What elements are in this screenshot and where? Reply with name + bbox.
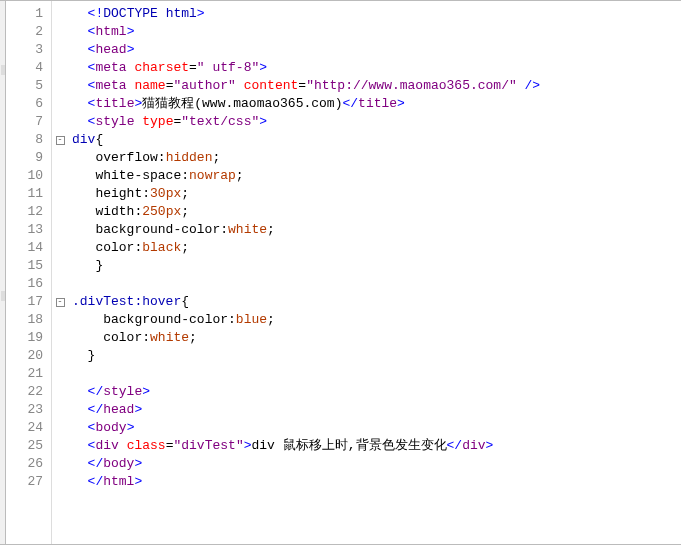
- token-prop: background-color: [103, 312, 228, 327]
- code-line[interactable]: [72, 365, 681, 383]
- code-line[interactable]: </head>: [72, 401, 681, 419]
- token-text: [72, 474, 88, 489]
- token-str: "text/css": [181, 114, 259, 129]
- token-prop: background-color: [95, 222, 220, 237]
- token-tag: head: [103, 402, 134, 417]
- token-text: [72, 42, 88, 57]
- token-angle: >: [134, 456, 142, 471]
- token-punct: :: [158, 150, 166, 165]
- fold-cell: [52, 95, 68, 113]
- token-punct: ;: [212, 150, 220, 165]
- fold-cell: [52, 311, 68, 329]
- token-punct: :: [181, 168, 189, 183]
- code-line[interactable]: <html>: [72, 23, 681, 41]
- line-number: 1: [6, 5, 51, 23]
- fold-cell: [52, 437, 68, 455]
- code-area[interactable]: <!DOCTYPE html> <html> <head> <meta char…: [68, 1, 681, 544]
- token-prop: height: [95, 186, 142, 201]
- code-line[interactable]: width:250px;: [72, 203, 681, 221]
- fold-cell: [52, 401, 68, 419]
- fold-cell: [52, 347, 68, 365]
- code-line[interactable]: <!DOCTYPE html>: [72, 5, 681, 23]
- line-number: 23: [6, 401, 51, 419]
- line-number: 14: [6, 239, 51, 257]
- fold-toggle-icon[interactable]: -: [56, 298, 65, 307]
- fold-cell: [52, 365, 68, 383]
- code-line[interactable]: <title>猫猫教程(www.maomao365.com)</title>: [72, 95, 681, 113]
- line-number: 21: [6, 365, 51, 383]
- code-line[interactable]: .divTest:hover{: [72, 293, 681, 311]
- code-line[interactable]: </style>: [72, 383, 681, 401]
- code-line[interactable]: height:30px;: [72, 185, 681, 203]
- token-text: [72, 438, 88, 453]
- token-angle: >: [397, 96, 405, 111]
- code-editor[interactable]: 1234567891011121314151617181920212223242…: [0, 0, 681, 545]
- token-text: [72, 6, 88, 21]
- code-line[interactable]: [72, 275, 681, 293]
- code-line[interactable]: color:white;: [72, 329, 681, 347]
- token-str: " utf-8": [197, 60, 259, 75]
- token-str: "author": [173, 78, 235, 93]
- line-number: 6: [6, 95, 51, 113]
- token-text: [72, 312, 103, 327]
- fold-cell: [52, 329, 68, 347]
- fold-cell: [52, 113, 68, 131]
- code-line[interactable]: </body>: [72, 455, 681, 473]
- fold-cell: [52, 77, 68, 95]
- token-attr: type: [142, 114, 173, 129]
- token-angle: </: [342, 96, 358, 111]
- fold-toggle-icon[interactable]: -: [56, 136, 65, 145]
- token-eq: =: [298, 78, 306, 93]
- token-tag: head: [95, 42, 126, 57]
- token-text: [72, 240, 95, 255]
- line-number: 12: [6, 203, 51, 221]
- code-line[interactable]: background-color:white;: [72, 221, 681, 239]
- code-line[interactable]: <style type="text/css">: [72, 113, 681, 131]
- code-line[interactable]: }: [72, 347, 681, 365]
- code-line[interactable]: }: [72, 257, 681, 275]
- token-angle: </: [88, 456, 104, 471]
- code-line[interactable]: white-space:nowrap;: [72, 167, 681, 185]
- token-val: blue: [236, 312, 267, 327]
- line-number: 11: [6, 185, 51, 203]
- line-number: 4: [6, 59, 51, 77]
- token-punct: }: [88, 348, 96, 363]
- fold-cell: [52, 167, 68, 185]
- line-number: 5: [6, 77, 51, 95]
- token-text: [72, 168, 95, 183]
- token-text: [72, 24, 88, 39]
- code-line[interactable]: <div class="divTest">div 鼠标移上时,背景色发生变化</…: [72, 437, 681, 455]
- token-angle: >: [134, 474, 142, 489]
- code-line[interactable]: <meta name="author" content="http://www.…: [72, 77, 681, 95]
- fold-cell: [52, 149, 68, 167]
- token-angle: </: [447, 438, 463, 453]
- token-text: [72, 78, 88, 93]
- line-number: 22: [6, 383, 51, 401]
- token-text: [72, 150, 95, 165]
- token-angle: >: [127, 24, 135, 39]
- token-text: 猫猫教程(www.maomao365.com): [142, 96, 342, 111]
- token-punct: {: [181, 294, 189, 309]
- token-tag: html: [103, 474, 134, 489]
- token-punct: :: [228, 312, 236, 327]
- code-line[interactable]: <meta charset=" utf-8">: [72, 59, 681, 77]
- code-line[interactable]: </html>: [72, 473, 681, 491]
- fold-cell: [52, 203, 68, 221]
- token-tag: style: [95, 114, 142, 129]
- code-line[interactable]: div{: [72, 131, 681, 149]
- token-tag: meta: [95, 60, 134, 75]
- code-line[interactable]: color:black;: [72, 239, 681, 257]
- fold-cell[interactable]: -: [52, 293, 68, 311]
- token-angle: >: [244, 438, 252, 453]
- code-line[interactable]: <body>: [72, 419, 681, 437]
- fold-column[interactable]: --: [52, 1, 68, 544]
- code-line[interactable]: background-color:blue;: [72, 311, 681, 329]
- token-val: white: [228, 222, 267, 237]
- token-text: [72, 60, 88, 75]
- token-tag: html: [95, 24, 126, 39]
- token-prop: overflow: [95, 150, 157, 165]
- code-line[interactable]: overflow:hidden;: [72, 149, 681, 167]
- code-line[interactable]: <head>: [72, 41, 681, 59]
- token-angle: </: [88, 474, 104, 489]
- fold-cell[interactable]: -: [52, 131, 68, 149]
